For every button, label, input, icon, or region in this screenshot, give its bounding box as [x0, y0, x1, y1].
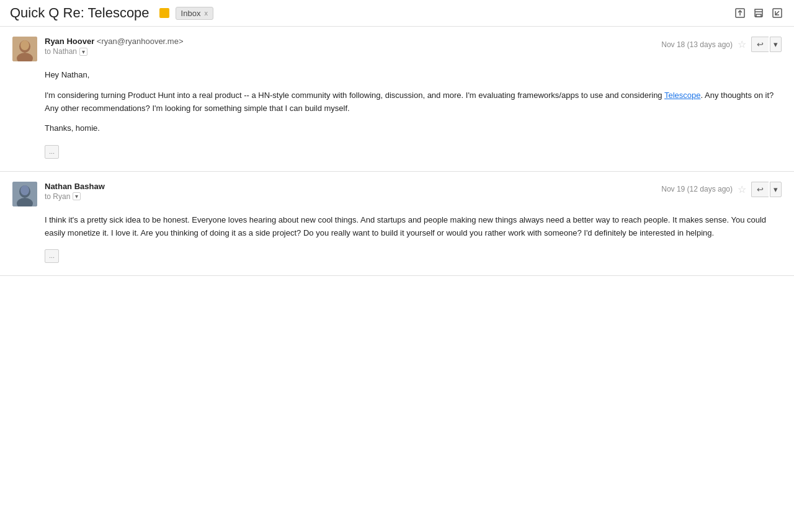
inbox-badge: Inbox x: [176, 7, 213, 20]
reply-button-ryan[interactable]: ↩: [751, 37, 769, 52]
ellipsis-button-nathan[interactable]: ...: [45, 249, 59, 263]
sender-info-nathan: Nathan Bashaw to Ryan ▾: [45, 182, 654, 201]
upload-icon[interactable]: [733, 6, 747, 20]
reply-button-nathan[interactable]: ↩: [751, 182, 769, 197]
action-buttons-ryan: ↩ ▾: [751, 37, 782, 52]
ellipsis-button-ryan[interactable]: ...: [45, 145, 59, 159]
email-message-2: Nathan Bashaw to Ryan ▾ Nov 19 (12 days …: [0, 172, 794, 276]
sender-name-nathan: Nathan Bashaw: [45, 182, 105, 191]
svg-point-12: [20, 185, 29, 195]
svg-point-8: [20, 40, 29, 50]
thread-container: Ryan Hoover <ryan@ryanhoover.me> to Nath…: [0, 27, 794, 276]
message-meta-nathan: Nov 19 (12 days ago) ☆ ↩ ▾: [661, 182, 782, 197]
inbox-badge-label: Inbox: [181, 9, 201, 18]
message-date-nathan: Nov 19 (12 days ago): [661, 185, 733, 193]
avatar-ryan: [12, 37, 37, 61]
to-label-ryan: to Nathan: [45, 47, 77, 56]
label-icon[interactable]: [159, 8, 169, 18]
body-main-nathan: I think it's a pretty sick idea to be ho…: [45, 214, 782, 240]
svg-rect-3: [756, 14, 761, 17]
svg-line-5: [775, 11, 779, 15]
body-closing-ryan: Thanks, homie.: [45, 122, 782, 135]
star-ryan[interactable]: ☆: [738, 38, 746, 50]
message-body-ryan: Hey Nathan, I'm considering turning Prod…: [45, 69, 782, 159]
message-header-2: Nathan Bashaw to Ryan ▾ Nov 19 (12 days …: [12, 182, 782, 206]
inbox-close-button[interactable]: x: [204, 9, 208, 17]
email-thread-page: Quick Q Re: Telescope Inbox x: [0, 0, 794, 276]
print-icon[interactable]: [752, 6, 765, 20]
to-dropdown-nathan[interactable]: ▾: [73, 192, 81, 200]
sender-name-ryan: Ryan Hoover: [45, 37, 94, 46]
email-message-1: Ryan Hoover <ryan@ryanhoover.me> to Nath…: [0, 27, 794, 172]
header-action-icons: [733, 6, 784, 20]
to-label-nathan: to Ryan: [45, 192, 70, 201]
action-buttons-nathan: ↩ ▾: [751, 182, 782, 197]
to-dropdown-ryan[interactable]: ▾: [79, 48, 87, 56]
thread-header: Quick Q Re: Telescope Inbox x: [0, 0, 794, 27]
star-nathan[interactable]: ☆: [738, 184, 746, 195]
sender-info-ryan: Ryan Hoover <ryan@ryanhoover.me> to Nath…: [45, 37, 654, 56]
sender-email-ryan: <ryan@ryanhoover.me>: [97, 37, 184, 46]
reply-dropdown-ryan[interactable]: ▾: [770, 37, 782, 52]
avatar-nathan: [12, 182, 37, 206]
message-meta-ryan: Nov 18 (13 days ago) ☆ ↩ ▾: [661, 37, 782, 52]
to-line-ryan: to Nathan ▾: [45, 47, 654, 56]
to-line-nathan: to Ryan ▾: [45, 192, 654, 201]
message-date-ryan: Nov 18 (13 days ago): [661, 40, 733, 49]
message-body-nathan: I think it's a pretty sick idea to be ho…: [45, 214, 782, 263]
body-greeting-ryan: Hey Nathan,: [45, 69, 782, 82]
body-main-ryan: I'm considering turning Product Hunt int…: [45, 89, 782, 115]
telescope-link[interactable]: Telescope: [664, 91, 701, 100]
thread-title: Quick Q Re: Telescope: [10, 5, 149, 21]
reply-dropdown-nathan[interactable]: ▾: [770, 182, 782, 197]
message-header-1: Ryan Hoover <ryan@ryanhoover.me> to Nath…: [12, 37, 782, 61]
expand-icon[interactable]: [770, 6, 784, 20]
